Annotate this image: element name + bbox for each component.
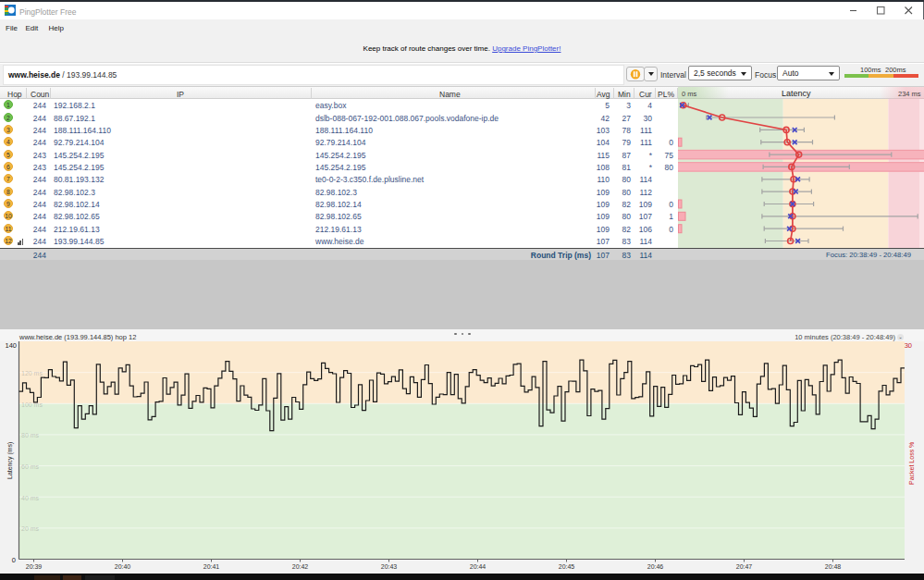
svg-text:20:42: 20:42 bbox=[292, 563, 309, 570]
svg-text:80 ms: 80 ms bbox=[21, 432, 40, 438]
svg-text:120 ms: 120 ms bbox=[21, 370, 43, 376]
svg-text:20:46: 20:46 bbox=[647, 563, 664, 570]
svg-text:20:43: 20:43 bbox=[381, 563, 398, 570]
svg-text:60 ms: 60 ms bbox=[21, 463, 40, 470]
svg-text:20:47: 20:47 bbox=[736, 563, 753, 570]
svg-text:140: 140 bbox=[5, 341, 17, 350]
svg-text:20:41: 20:41 bbox=[203, 563, 220, 570]
svg-text:0: 0 bbox=[12, 556, 16, 564]
svg-text:30: 30 bbox=[905, 341, 912, 350]
svg-text:40 ms: 40 ms bbox=[21, 495, 40, 501]
svg-text:20:45: 20:45 bbox=[559, 563, 575, 570]
svg-text:Latency (ms): Latency (ms) bbox=[6, 442, 14, 479]
svg-text:20:44: 20:44 bbox=[470, 563, 487, 570]
svg-text:20:48: 20:48 bbox=[825, 563, 842, 570]
svg-text:Packet Loss %: Packet Loss % bbox=[908, 442, 915, 485]
svg-text:20:39: 20:39 bbox=[26, 563, 43, 570]
svg-text:20:40: 20:40 bbox=[115, 563, 131, 570]
svg-text:20 ms: 20 ms bbox=[21, 525, 40, 532]
svg-text:100 ms: 100 ms bbox=[21, 401, 43, 408]
